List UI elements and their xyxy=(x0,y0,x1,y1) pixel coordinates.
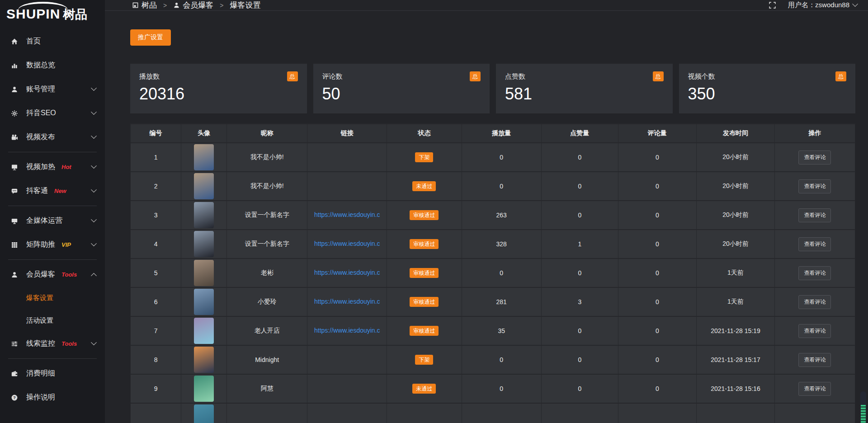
status-badge: 审核通过 xyxy=(410,210,439,220)
video-link[interactable]: https://www.iesdouyin.c xyxy=(314,269,380,276)
sidebar-item-video-heat[interactable]: 视频加热Hot xyxy=(0,155,105,179)
avatar xyxy=(194,260,214,286)
view-comments-button[interactable]: 查看评论 xyxy=(798,266,831,280)
stat-card-videos: 视频个数 总 350 xyxy=(679,64,856,113)
sidebar-badge-tools: Tools xyxy=(61,340,77,347)
view-comments-button[interactable]: 查看评论 xyxy=(798,382,831,396)
likes-cell: 1 xyxy=(541,230,618,258)
view-comments-button[interactable]: 查看评论 xyxy=(798,353,831,367)
topbar: 树品 > 会员爆客 > 爆客设置 用户名：z xyxy=(105,0,868,11)
table-row: 7老人开店https://www.iesdouyin.c审核通过35002021… xyxy=(131,316,855,345)
fullscreen-icon[interactable] xyxy=(769,1,776,9)
sidebar-subitem-activity-settings[interactable]: 活动设置 xyxy=(0,309,105,332)
column-header-avatar: 头像 xyxy=(181,124,227,143)
video-link[interactable]: https://www.iesdouyin.c xyxy=(314,298,380,305)
status-cell: 下架 xyxy=(387,345,462,374)
status-badge: 下架 xyxy=(415,152,433,162)
table-row: 5老彬https://www.iesdouyin.c审核通过0001天前查看评论 xyxy=(131,258,855,287)
sidebar-item-douketong[interactable]: 抖客通New xyxy=(0,179,105,203)
user-icon xyxy=(11,86,19,93)
comments-cell xyxy=(618,403,696,423)
stat-value: 581 xyxy=(505,85,664,103)
sidebar-item-matrix-boost[interactable]: 矩阵助推VIP xyxy=(0,233,105,257)
stat-value: 350 xyxy=(688,85,847,103)
display-icon xyxy=(11,164,19,171)
sidebar-divider xyxy=(8,206,97,206)
plays-cell: 35 xyxy=(462,316,541,345)
sidebar-item-label: 全媒体运营 xyxy=(26,216,62,226)
view-comments-button[interactable]: 查看评论 xyxy=(798,179,831,193)
likes-cell: 0 xyxy=(541,374,618,403)
view-comments-button[interactable]: 查看评论 xyxy=(798,208,831,222)
view-comments-button[interactable]: 查看评论 xyxy=(798,150,831,164)
view-comments-button[interactable]: 查看评论 xyxy=(798,324,831,338)
link-cell xyxy=(307,143,387,172)
link-cell: https://www.iesdouyin.c xyxy=(307,201,387,230)
nickname-cell: 我不是小帅! xyxy=(227,172,307,201)
plays-cell: 0 xyxy=(462,345,541,374)
sidebar-item-consumption-detail[interactable]: 消费明细 xyxy=(0,362,105,385)
comments-cell: 0 xyxy=(618,258,696,287)
breadcrumb-item-shupin[interactable]: 树品 xyxy=(132,0,157,10)
video-link[interactable]: https://www.iesdouyin.c xyxy=(314,327,380,334)
sidebar-subitem-baoke-settings[interactable]: 爆客设置 xyxy=(0,287,105,309)
likes-cell: 0 xyxy=(541,143,618,172)
video-link[interactable]: https://www.iesdouyin.c xyxy=(314,211,380,218)
plays-cell xyxy=(462,403,541,423)
sidebar-item-video-publish[interactable]: 视频发布 xyxy=(0,125,105,149)
breadcrumb-item-member-baoke[interactable]: 会员爆客 xyxy=(173,0,213,10)
row-id-cell: 7 xyxy=(131,316,181,345)
nickname-cell: 小爱玲 xyxy=(227,287,307,316)
sidebar-item-douyin-seo[interactable]: 抖音SEO xyxy=(0,101,105,125)
view-comments-button[interactable]: 查看评论 xyxy=(798,237,831,251)
sidebar-item-member-baoke[interactable]: 会员爆客Tools xyxy=(0,263,105,287)
breadcrumb-separator: > xyxy=(220,2,223,9)
sidebar-item-home[interactable]: 首页 xyxy=(0,29,105,53)
view-comments-button[interactable]: 查看评论 xyxy=(798,295,831,309)
status-cell: 审核通过 xyxy=(387,316,462,345)
username-label: 用户名：zswodun88 xyxy=(788,1,849,9)
sidebar-item-data-overview[interactable]: 数据总览 xyxy=(0,53,105,77)
avatar xyxy=(194,376,214,402)
topbar-right: 用户名：zswodun88 xyxy=(769,1,857,9)
chevron-down-icon xyxy=(91,187,97,193)
user-menu[interactable]: 用户名：zswodun88 xyxy=(788,1,857,9)
column-header-actions: 操作 xyxy=(774,124,855,143)
gear-icon xyxy=(11,110,19,117)
chevron-down-icon xyxy=(91,240,97,246)
user-icon xyxy=(11,271,19,278)
status-cell: 审核通过 xyxy=(387,201,462,230)
table-row: 8Midnight下架0002021-11-28 15:17查看评论 xyxy=(131,345,855,374)
sidebar-item-account-management[interactable]: 账号管理 xyxy=(0,77,105,101)
row-id-cell: 5 xyxy=(131,258,181,287)
breadcrumb-separator: > xyxy=(163,2,167,9)
avatar-cell xyxy=(181,345,227,374)
row-id-cell: 6 xyxy=(131,287,181,316)
avatar xyxy=(194,144,214,170)
video-link[interactable]: https://www.iesdouyin.c xyxy=(314,240,380,247)
sidebar-item-clue-monitor[interactable]: 线索监控Tools xyxy=(0,332,105,356)
sidebar-item-label: 矩阵助推 xyxy=(26,240,55,249)
comments-cell: 0 xyxy=(618,230,696,258)
sidebar-item-all-media-operation[interactable]: 全媒体运营 xyxy=(0,209,105,233)
breadcrumb-item-baoke-settings[interactable]: 爆客设置 xyxy=(230,0,260,10)
sidebar-divider xyxy=(8,259,97,260)
sidebar-item-label: 消费明细 xyxy=(26,369,55,378)
sidebar-divider xyxy=(8,358,97,359)
main-area: 树品 > 会员爆客 > 爆客设置 用户名：z xyxy=(105,0,868,423)
comments-cell: 0 xyxy=(618,345,696,374)
sidebar-item-operation-guide[interactable]: ?操作说明 xyxy=(0,385,105,409)
row-id-cell xyxy=(131,403,181,423)
plays-cell: 263 xyxy=(462,201,541,230)
row-id-cell: 8 xyxy=(131,345,181,374)
nickname-cell: 设置一个新名字 xyxy=(227,230,307,258)
avatar-cell xyxy=(181,287,227,316)
avatar-cell xyxy=(181,201,227,230)
app-window: SHUPIN树品 首页数据总览账号管理抖音SEO视频发布视频加热Hot抖客通Ne… xyxy=(0,0,868,423)
promo-settings-button[interactable]: 推广设置 xyxy=(130,29,171,46)
actions-cell: 查看评论 xyxy=(774,172,855,201)
row-id-cell: 3 xyxy=(131,201,181,230)
stat-value: 20316 xyxy=(139,85,298,103)
breadcrumb: 树品 > 会员爆客 > 爆客设置 xyxy=(132,0,260,10)
scrollbar[interactable] xyxy=(860,391,866,423)
